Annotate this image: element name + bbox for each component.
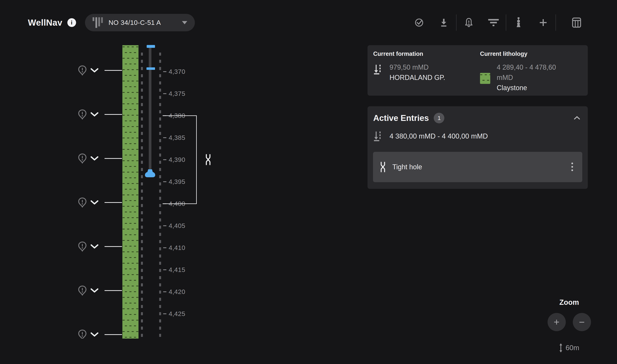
tight-hole-marker-icon bbox=[205, 154, 212, 166]
lithology-name: Claystone bbox=[497, 83, 556, 93]
wellbore-dashed-guide-left bbox=[141, 52, 143, 338]
chevron-down-icon[interactable] bbox=[90, 156, 99, 161]
active-entries-title: Active Entries bbox=[373, 113, 429, 123]
check-circle-icon bbox=[414, 18, 424, 27]
collapse-card-button[interactable] bbox=[572, 114, 582, 122]
add-button[interactable] bbox=[531, 14, 555, 31]
location-pin-icon[interactable] bbox=[78, 153, 87, 164]
table-view-button[interactable] bbox=[564, 14, 589, 31]
chevron-up-icon bbox=[574, 116, 580, 120]
tick-label: 4,420 bbox=[169, 288, 185, 296]
plus-icon bbox=[539, 19, 547, 26]
pin-leader-line bbox=[104, 202, 122, 203]
active-entry-range-bracket bbox=[163, 115, 197, 204]
pin-marker-row bbox=[78, 65, 122, 76]
location-pin-icon[interactable] bbox=[78, 241, 87, 252]
tick-mark bbox=[163, 225, 167, 226]
depth-tick: 4,375 bbox=[163, 90, 185, 97]
active-entries-count-badge: 1 bbox=[434, 113, 444, 123]
pin-leader-line bbox=[104, 246, 122, 247]
wellnav-app: WellNav i NO 34/10-C-51 A bbox=[0, 0, 617, 364]
lithology-swatch bbox=[480, 73, 490, 84]
tick-mark bbox=[163, 291, 167, 292]
pin-marker-row bbox=[78, 329, 122, 338]
drill-bit-marker[interactable] bbox=[145, 169, 155, 177]
tick-label: 4,375 bbox=[169, 90, 185, 97]
pin-marker-row bbox=[78, 197, 122, 208]
location-pin-icon[interactable] bbox=[78, 197, 87, 208]
chevron-down-icon[interactable] bbox=[90, 112, 99, 117]
pin-marker-row bbox=[78, 153, 122, 164]
depth-track: 4,3704,3754,3804,3854,3904,3954,4004,405… bbox=[0, 0, 247, 338]
alarm-bell-button[interactable] bbox=[456, 14, 481, 31]
location-pin-icon[interactable] bbox=[78, 109, 87, 119]
lithology-unit: mMD bbox=[497, 73, 556, 83]
kebab-icon bbox=[571, 162, 573, 171]
zoom-controls: Zoom + − 60m bbox=[544, 298, 594, 352]
tick-mark bbox=[163, 93, 167, 94]
location-pin-icon[interactable] bbox=[78, 65, 87, 76]
depth-tick: 4,425 bbox=[163, 310, 185, 317]
toolbar-divider bbox=[555, 14, 556, 31]
toolbar bbox=[407, 14, 589, 31]
download-button[interactable] bbox=[431, 14, 456, 31]
depth-range-icon bbox=[373, 64, 383, 75]
depth-range-icon bbox=[373, 131, 383, 142]
alarm-bell-icon bbox=[465, 18, 473, 27]
pin-leader-line bbox=[104, 114, 122, 115]
formation-depth: 979,50 mMD bbox=[389, 62, 445, 73]
drill-string-icon bbox=[516, 17, 521, 28]
tick-label: 4,425 bbox=[169, 310, 185, 317]
entry-menu-button[interactable] bbox=[569, 160, 576, 174]
tick-label: 4,410 bbox=[169, 244, 185, 251]
tight-hole-icon bbox=[379, 162, 386, 172]
pin-leader-line bbox=[104, 70, 122, 71]
drill-string-button[interactable] bbox=[506, 14, 531, 31]
depth-slider-handle[interactable] bbox=[146, 67, 155, 70]
location-pin-icon[interactable] bbox=[78, 329, 87, 338]
lithology-range: 4 289,40 - 4 478,60 bbox=[497, 62, 556, 73]
location-pin-icon[interactable] bbox=[78, 286, 87, 296]
depth-tick: 4,405 bbox=[163, 222, 185, 229]
depth-tick: 4,420 bbox=[163, 288, 185, 296]
current-formation-card: Current formation 979,50 mMD bbox=[368, 45, 588, 96]
zoom-scale-value: 60m bbox=[566, 344, 579, 352]
filter-button[interactable] bbox=[481, 14, 506, 31]
pin-leader-line bbox=[104, 334, 122, 335]
current-lithology-section: Current lithology 4 289,40 bbox=[480, 51, 582, 93]
table-icon bbox=[572, 17, 581, 28]
chevron-down-icon[interactable] bbox=[90, 332, 99, 337]
depth-tick: 4,410 bbox=[163, 244, 185, 251]
vertical-range-icon bbox=[559, 343, 563, 352]
download-icon bbox=[440, 18, 448, 27]
tick-mark bbox=[163, 269, 167, 270]
pin-leader-line bbox=[104, 158, 122, 159]
current-formation-title: Current formation bbox=[373, 51, 480, 57]
tick-mark bbox=[163, 71, 167, 72]
current-formation-section: Current formation 979,50 mMD bbox=[373, 51, 480, 93]
current-lithology-title: Current lithology bbox=[480, 51, 582, 57]
pin-marker-row bbox=[78, 286, 122, 296]
tick-label: 4,370 bbox=[169, 68, 185, 75]
tick-mark bbox=[163, 313, 167, 314]
chevron-down-icon[interactable] bbox=[90, 288, 99, 293]
tick-label: 4,415 bbox=[169, 266, 185, 273]
formation-name: HORDALAND GP. bbox=[389, 73, 445, 83]
chevron-down-icon[interactable] bbox=[90, 200, 99, 205]
pin-marker-row bbox=[78, 109, 122, 119]
chevron-down-icon[interactable] bbox=[90, 244, 99, 249]
wellbore-dashed-guide-right bbox=[159, 52, 161, 338]
filter-icon bbox=[488, 19, 499, 26]
entry-label: Tight hole bbox=[392, 163, 569, 171]
chevron-down-icon[interactable] bbox=[90, 68, 99, 73]
zoom-out-button[interactable]: − bbox=[573, 313, 591, 331]
active-entries-card: Active Entries 1 4 380,00 mMD - 4 400 bbox=[368, 106, 588, 189]
tick-mark bbox=[163, 247, 167, 248]
depth-tick: 4,415 bbox=[163, 266, 185, 273]
lithology-column-claystone bbox=[122, 45, 139, 338]
zoom-in-button[interactable]: + bbox=[548, 313, 566, 331]
depth-slider-top-handle[interactable] bbox=[147, 45, 155, 48]
entry-row-tight-hole[interactable]: Tight hole bbox=[373, 152, 582, 182]
check-circle-button[interactable] bbox=[407, 14, 431, 31]
depth-slider-track[interactable] bbox=[149, 48, 151, 169]
